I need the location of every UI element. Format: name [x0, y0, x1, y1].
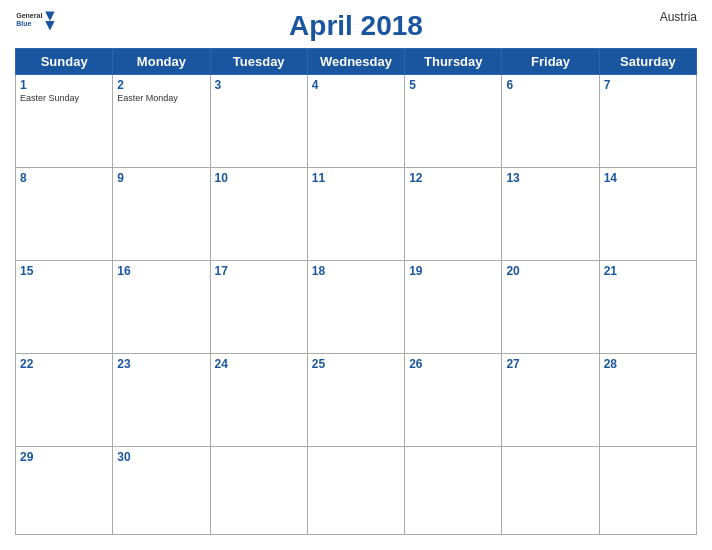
header: General Blue April 2018 Austria [15, 10, 697, 42]
day-number: 13 [506, 171, 594, 185]
calendar-cell: 15 [16, 261, 113, 354]
calendar-cell: 20 [502, 261, 599, 354]
svg-text:General: General [16, 12, 42, 19]
day-number: 11 [312, 171, 400, 185]
calendar-cell: 5 [405, 75, 502, 168]
svg-text:Blue: Blue [16, 20, 31, 27]
day-number: 8 [20, 171, 108, 185]
calendar-cell: 27 [502, 354, 599, 447]
day-number: 0 [215, 450, 303, 464]
holiday-label: Easter Monday [117, 93, 205, 104]
calendar-cell: 0 [405, 447, 502, 535]
col-wednesday: Wednesday [307, 49, 404, 75]
day-number: 9 [117, 171, 205, 185]
calendar-cell: 12 [405, 168, 502, 261]
calendar-cell: 9 [113, 168, 210, 261]
day-number: 0 [506, 450, 594, 464]
country-label: Austria [660, 10, 697, 24]
day-number: 0 [409, 450, 497, 464]
day-number: 21 [604, 264, 692, 278]
calendar-cell: 11 [307, 168, 404, 261]
day-number: 1 [20, 78, 108, 92]
day-number: 7 [604, 78, 692, 92]
col-monday: Monday [113, 49, 210, 75]
calendar-row: 1Easter Sunday2Easter Monday34567 [16, 75, 697, 168]
calendar-cell: 25 [307, 354, 404, 447]
day-number: 29 [20, 450, 108, 464]
col-thursday: Thursday [405, 49, 502, 75]
col-friday: Friday [502, 49, 599, 75]
calendar-cell: 8 [16, 168, 113, 261]
calendar-cell: 7 [599, 75, 696, 168]
day-number: 30 [117, 450, 205, 464]
col-tuesday: Tuesday [210, 49, 307, 75]
day-number: 15 [20, 264, 108, 278]
day-number: 25 [312, 357, 400, 371]
svg-marker-2 [45, 12, 54, 21]
day-number: 24 [215, 357, 303, 371]
calendar-cell: 2Easter Monday [113, 75, 210, 168]
svg-marker-3 [45, 21, 54, 30]
day-number: 6 [506, 78, 594, 92]
day-number: 23 [117, 357, 205, 371]
day-number: 5 [409, 78, 497, 92]
calendar-cell: 26 [405, 354, 502, 447]
calendar-cell: 21 [599, 261, 696, 354]
day-number: 0 [312, 450, 400, 464]
calendar-cell: 1Easter Sunday [16, 75, 113, 168]
calendar-header-row: Sunday Monday Tuesday Wednesday Thursday… [16, 49, 697, 75]
calendar-cell: 18 [307, 261, 404, 354]
day-number: 4 [312, 78, 400, 92]
day-number: 12 [409, 171, 497, 185]
calendar-cell: 3 [210, 75, 307, 168]
calendar-cell: 0 [599, 447, 696, 535]
day-number: 10 [215, 171, 303, 185]
calendar-cell: 28 [599, 354, 696, 447]
col-sunday: Sunday [16, 49, 113, 75]
calendar-row: 22232425262728 [16, 354, 697, 447]
day-number: 28 [604, 357, 692, 371]
day-number: 14 [604, 171, 692, 185]
col-saturday: Saturday [599, 49, 696, 75]
calendar-cell: 22 [16, 354, 113, 447]
day-number: 17 [215, 264, 303, 278]
calendar-cell: 6 [502, 75, 599, 168]
calendar-cell: 0 [307, 447, 404, 535]
day-number: 19 [409, 264, 497, 278]
calendar-cell: 16 [113, 261, 210, 354]
page-title: April 2018 [289, 10, 423, 42]
day-number: 20 [506, 264, 594, 278]
calendar-cell: 19 [405, 261, 502, 354]
day-number: 27 [506, 357, 594, 371]
calendar-cell: 0 [502, 447, 599, 535]
calendar-cell: 24 [210, 354, 307, 447]
day-number: 22 [20, 357, 108, 371]
page: General Blue April 2018 Austria Sunday M… [0, 0, 712, 550]
calendar-row: 15161718192021 [16, 261, 697, 354]
calendar-row: 293000000 [16, 447, 697, 535]
holiday-label: Easter Sunday [20, 93, 108, 104]
day-number: 18 [312, 264, 400, 278]
day-number: 2 [117, 78, 205, 92]
calendar-row: 891011121314 [16, 168, 697, 261]
logo: General Blue [15, 10, 55, 32]
day-number: 16 [117, 264, 205, 278]
calendar-cell: 14 [599, 168, 696, 261]
calendar-cell: 17 [210, 261, 307, 354]
day-number: 3 [215, 78, 303, 92]
calendar-cell: 13 [502, 168, 599, 261]
calendar-cell: 4 [307, 75, 404, 168]
calendar-cell: 29 [16, 447, 113, 535]
calendar-table: Sunday Monday Tuesday Wednesday Thursday… [15, 48, 697, 535]
calendar-cell: 10 [210, 168, 307, 261]
calendar-cell: 23 [113, 354, 210, 447]
day-number: 0 [604, 450, 692, 464]
calendar-cell: 30 [113, 447, 210, 535]
day-number: 26 [409, 357, 497, 371]
calendar-cell: 0 [210, 447, 307, 535]
